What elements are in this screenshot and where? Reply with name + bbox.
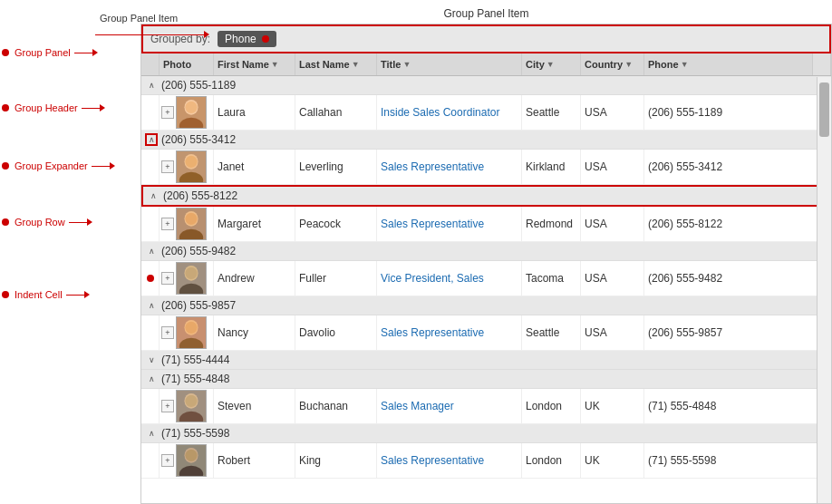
last-name-cell: King (295, 443, 377, 478)
title-link[interactable]: Sales Representative (381, 218, 484, 230)
avatar (176, 96, 207, 129)
group-chip-dot (262, 35, 269, 43)
title-cell: Sales Representative (377, 315, 522, 350)
group-expander-button[interactable]: ∧ (145, 427, 158, 440)
last-name-cell: Davolio (295, 315, 377, 350)
header-indent (141, 53, 160, 75)
header-country[interactable]: Country ▼ (581, 53, 644, 75)
group-header-dot (2, 104, 9, 111)
group-expander-button[interactable]: ∧ (145, 373, 158, 385)
group-expander-button[interactable]: ∧ (145, 79, 158, 92)
title-cell: Inside Sales Coordinator (377, 95, 522, 130)
group-expander-button[interactable]: ∧ (145, 299, 158, 312)
table-row: +AndrewFullerVice President, SalesTacoma… (141, 261, 831, 296)
photo-cell: + (160, 150, 214, 184)
indent-cell (141, 315, 160, 350)
svg-point-7 (185, 156, 197, 168)
group-header-arrow (82, 104, 105, 111)
header-phone[interactable]: Phone ▼ (644, 53, 813, 75)
row-expand-button[interactable]: + (161, 400, 174, 412)
row-expand-button[interactable]: + (161, 160, 174, 173)
first-name-cell: Laura (214, 95, 295, 130)
country-cell: USA (581, 95, 644, 130)
svg-point-19 (185, 322, 197, 334)
group-expander-button[interactable]: ∧ (145, 133, 158, 146)
title-cell: Sales Representative (377, 207, 522, 241)
group-header-row: ∨(71) 555-4444 (141, 351, 831, 370)
group-expander-dot (2, 162, 9, 170)
group-header-phone: (206) 555-9482 (161, 245, 236, 257)
first-name-cell: Nancy (214, 315, 295, 350)
row-expand-button[interactable]: + (161, 106, 174, 119)
title-cell: Vice President, Sales (377, 261, 522, 296)
country-cell: USA (581, 261, 644, 296)
top-label: Group Panel Item (140, 0, 832, 24)
table-row: +LauraCallahanInside Sales CoordinatorSe… (141, 95, 831, 131)
grid-header: Photo First Name ▼ Last Name ▼ Title ▼ C… (141, 53, 831, 76)
phone-cell: (206) 555-3412 (644, 150, 831, 184)
city-cell: Kirkland (522, 150, 581, 184)
group-expander-button[interactable]: ∧ (145, 245, 158, 257)
photo-cell: + (160, 315, 214, 350)
svg-point-3 (185, 102, 197, 113)
last-name-cell: Callahan (295, 95, 377, 130)
avatar (176, 444, 207, 477)
avatar (176, 208, 207, 240)
grid-body[interactable]: ∧(206) 555-1189+LauraCallahanInside Sale… (141, 76, 831, 502)
city-cell: London (522, 389, 581, 423)
group-header-phone: (71) 555-5598 (161, 427, 229, 440)
title-link[interactable]: Inside Sales Coordinator (381, 106, 499, 119)
annotations-overlay: Group Panel Item Group Panel Group Heade… (0, 0, 140, 504)
country-cell: USA (581, 207, 644, 241)
group-header-row: ∧(71) 555-4848 (141, 370, 831, 389)
title-cell: Sales Representative (377, 443, 522, 478)
svg-point-11 (185, 213, 197, 225)
last-name-filter-icon[interactable]: ▼ (352, 60, 360, 69)
city-cell: Seattle (522, 95, 581, 130)
title-link[interactable]: Vice President, Sales (381, 272, 484, 285)
title-link[interactable]: Sales Manager (381, 400, 454, 412)
first-name-cell: Steven (214, 389, 295, 423)
svg-point-27 (185, 450, 197, 461)
group-chip[interactable]: Phone (218, 31, 276, 47)
row-expand-button[interactable]: + (161, 218, 174, 230)
group-row-label-text: Group Row (15, 217, 65, 228)
group-panel-arrow (74, 49, 98, 56)
first-name-filter-icon[interactable]: ▼ (271, 60, 279, 69)
row-expand-button[interactable]: + (161, 272, 174, 285)
first-name-cell: Janet (214, 150, 295, 184)
table-row: +MargaretPeacockSales RepresentativeRedm… (141, 207, 831, 242)
country-cell: USA (581, 315, 644, 350)
phone-filter-icon[interactable]: ▼ (681, 60, 689, 69)
country-cell: USA (581, 150, 644, 184)
title-link[interactable]: Sales Representative (381, 454, 484, 467)
svg-point-15 (185, 267, 197, 279)
title-link[interactable]: Sales Representative (381, 326, 484, 339)
group-expander-button[interactable]: ∨ (145, 354, 158, 366)
indent-cell-arrow (66, 291, 90, 298)
header-city[interactable]: City ▼ (522, 53, 581, 75)
header-photo: Photo (160, 53, 214, 75)
scrollbar-thumb[interactable] (819, 82, 829, 137)
group-header-phone: (71) 555-4444 (161, 354, 229, 366)
group-header-phone: (206) 555-8122 (163, 189, 237, 202)
group-expander-button[interactable]: ∧ (147, 189, 160, 202)
photo-cell: + (160, 261, 214, 296)
country-filter-icon[interactable]: ▼ (624, 60, 633, 69)
avatar (176, 150, 207, 183)
photo-cell: + (160, 207, 214, 241)
title-link[interactable]: Sales Representative (381, 160, 484, 173)
title-filter-icon[interactable]: ▼ (402, 60, 411, 69)
phone-cell: (206) 555-9857 (644, 315, 831, 350)
vertical-scrollbar[interactable] (817, 77, 831, 503)
avatar (176, 262, 207, 295)
group-panel-label-text: Group Panel (15, 47, 71, 58)
avatar (176, 316, 207, 349)
row-expand-button[interactable]: + (161, 326, 174, 339)
indent-dot (147, 275, 154, 282)
header-title[interactable]: Title ▼ (377, 53, 522, 75)
row-expand-button[interactable]: + (161, 454, 174, 467)
city-filter-icon[interactable]: ▼ (547, 60, 555, 69)
header-last-name[interactable]: Last Name ▼ (295, 53, 377, 75)
header-first-name[interactable]: First Name ▼ (214, 53, 295, 75)
